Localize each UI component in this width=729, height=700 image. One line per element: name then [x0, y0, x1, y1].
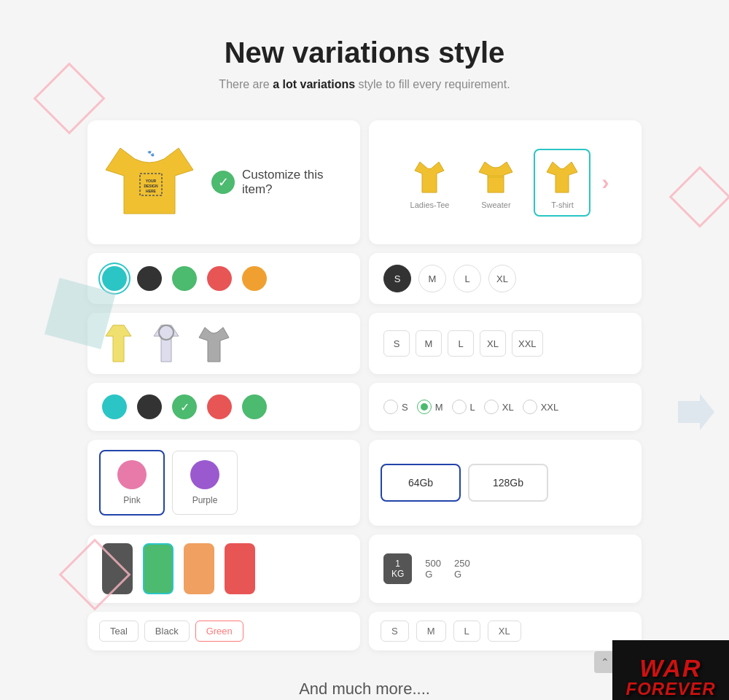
color-check-black[interactable]	[137, 394, 162, 419]
size-btn-xl[interactable]: XL	[488, 265, 516, 292]
tank-top-icon[interactable]	[102, 322, 135, 365]
hero-card: YOUR DESIGN HERE 🐾 ✓ Customize this item…	[87, 120, 360, 244]
subtitle-end: style to fill every requirement.	[355, 78, 510, 90]
color-dot-orange[interactable]	[242, 266, 267, 291]
color-dot-red[interactable]	[207, 266, 232, 291]
radio-l-label: L	[470, 402, 475, 413]
page-title: New variations style	[15, 36, 714, 69]
war-forever-logo: WAR FOREVER	[612, 640, 729, 700]
text-label-green[interactable]: Green	[195, 621, 243, 642]
tank-circle-icon[interactable]	[148, 322, 184, 365]
text-label-card: Teal Black Green	[87, 612, 360, 650]
sweater-label: Sweater	[481, 201, 510, 209]
storage-card: 64Gb 128Gb	[369, 440, 642, 526]
sweater-icon	[477, 156, 514, 196]
page-subtitle: There are a lot variations style to fill…	[15, 78, 714, 91]
size-btn-l[interactable]: L	[453, 265, 481, 292]
ladies-tee-label: Ladies-Tee	[410, 201, 450, 209]
color-dot-teal[interactable]	[102, 266, 127, 291]
color-check-green2[interactable]	[242, 394, 267, 419]
svg-text:DESIGN: DESIGN	[144, 184, 158, 188]
radio-size-xl[interactable]: XL	[484, 400, 514, 414]
svg-rect-5	[488, 175, 504, 178]
color-purple-label: Purple	[192, 495, 218, 505]
radio-m-label: M	[435, 402, 443, 413]
size-minimal-card: S M L XL	[369, 612, 642, 650]
phone-case-green[interactable]	[143, 543, 174, 594]
page-header: New variations style There are a lot var…	[0, 0, 729, 113]
color-purple-btn[interactable]: Purple	[172, 451, 238, 515]
color-dots-check-card: ✓	[87, 383, 360, 431]
tshirt-gray-icon[interactable]	[198, 322, 230, 365]
style-item-sweater[interactable]: Sweater	[469, 150, 523, 215]
svg-text:🐾: 🐾	[147, 149, 155, 157]
size-rect-m[interactable]: M	[416, 330, 442, 357]
garment-card	[87, 313, 360, 374]
check-icon: ✓	[211, 171, 235, 194]
color-check-red[interactable]	[207, 394, 232, 419]
forever-text: FOREVER	[625, 680, 715, 698]
size-min-s[interactable]: S	[381, 621, 409, 642]
weight-250g[interactable]: 250G	[454, 558, 470, 580]
customize-label: Customize this item?	[242, 168, 346, 197]
radio-s-circle[interactable]	[383, 400, 398, 414]
radio-m-circle[interactable]	[417, 400, 432, 414]
size-min-xl[interactable]: XL	[488, 621, 521, 642]
style-item-tshirt[interactable]: T-shirt	[534, 149, 590, 217]
size-rect-s[interactable]: S	[383, 330, 410, 357]
color-check-teal[interactable]	[102, 394, 127, 419]
phone-case-card	[87, 534, 360, 603]
phone-case-red[interactable]	[225, 543, 255, 594]
radio-l-circle[interactable]	[452, 400, 467, 414]
color-dot-green[interactable]	[172, 266, 197, 291]
tshirt-svg: YOUR DESIGN HERE 🐾	[102, 133, 197, 228]
ladies-tee-icon	[411, 156, 448, 196]
color-dot-black[interactable]	[137, 266, 162, 291]
style-item-ladies-tee[interactable]: Ladies-Tee	[402, 150, 459, 215]
text-label-black[interactable]: Black	[144, 621, 190, 642]
weight-1kg[interactable]: 1KG	[383, 553, 412, 584]
color-pink-label: Pink	[123, 495, 140, 505]
radio-s-label: S	[402, 402, 408, 413]
radio-size-xxl[interactable]: XXL	[523, 400, 559, 414]
radio-size-l[interactable]: L	[452, 400, 475, 414]
weight-card: 1KG 500G 250G	[369, 534, 642, 603]
radio-size-card: S M L XL XXL	[369, 383, 642, 431]
tshirt-image: YOUR DESIGN HERE 🐾	[102, 133, 197, 231]
radio-xl-label: XL	[502, 402, 514, 413]
size-min-l[interactable]: L	[453, 621, 480, 642]
svg-text:YOUR: YOUR	[146, 179, 157, 183]
weight-500g[interactable]: 500G	[425, 558, 441, 580]
color-pink-circle	[117, 460, 147, 489]
radio-xxl-label: XXL	[541, 402, 559, 413]
footer-text: And much more....	[299, 680, 430, 698]
color-purple-circle	[190, 460, 219, 489]
radio-size-s[interactable]: S	[383, 400, 408, 414]
radio-xxl-circle[interactable]	[523, 400, 537, 414]
size-rect-l[interactable]: L	[448, 330, 474, 357]
radio-size-m[interactable]: M	[417, 400, 443, 414]
phone-case-orange[interactable]	[184, 543, 214, 594]
storage-64gb-btn[interactable]: 64Gb	[381, 464, 461, 502]
size-btn-m[interactable]: M	[418, 265, 446, 292]
subtitle-bold: a lot variations	[273, 78, 355, 90]
size-circle-card-1: S M L XL	[369, 253, 642, 304]
color-pink-btn[interactable]: Pink	[99, 450, 165, 516]
weight-1kg-box[interactable]: 1KG	[383, 553, 412, 584]
customize-area: ✓ Customize this item?	[211, 168, 346, 197]
size-min-m[interactable]: M	[416, 621, 446, 642]
size-btn-s[interactable]: S	[383, 265, 411, 292]
radio-xl-circle[interactable]	[484, 400, 499, 414]
war-text: WAR	[639, 656, 701, 680]
chevron-right-icon[interactable]: ›	[601, 170, 609, 195]
page-wrapper: New variations style There are a lot var…	[0, 0, 729, 700]
text-label-teal[interactable]: Teal	[99, 621, 139, 642]
size-rect-xl[interactable]: XL	[480, 330, 506, 357]
color-name-card: Pink Purple	[87, 440, 360, 526]
size-rect-xxl[interactable]: XXL	[512, 330, 543, 357]
style-selector-card: Ladies-Tee Sweater T-shirt ›	[369, 120, 642, 244]
color-check-green[interactable]: ✓	[172, 394, 197, 419]
color-dots-card-1	[87, 253, 360, 304]
tshirt-label: T-shirt	[551, 201, 574, 209]
storage-128gb-btn[interactable]: 128Gb	[468, 464, 548, 502]
